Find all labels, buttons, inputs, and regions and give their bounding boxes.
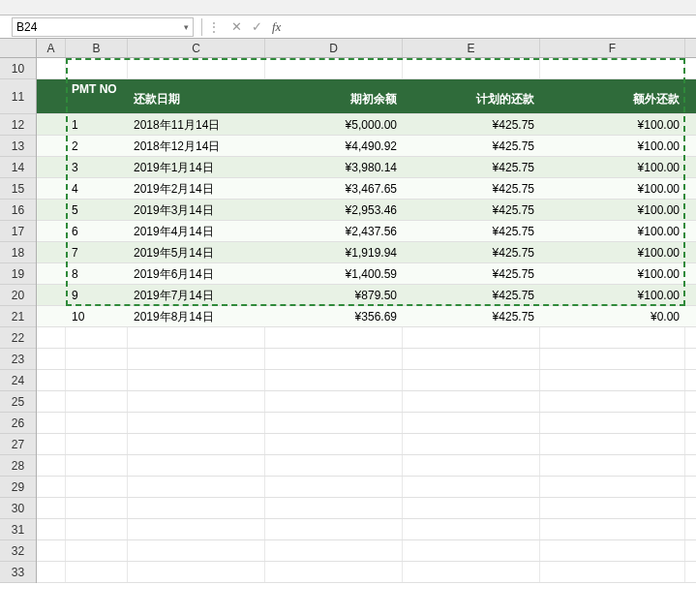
grid-row[interactable] [37, 370, 696, 391]
col-pmt-no: PMT NO [66, 79, 128, 113]
divider [201, 18, 202, 36]
grid-row[interactable] [37, 58, 696, 79]
row-header[interactable]: 10 [0, 58, 36, 79]
column-header-D[interactable]: D [265, 39, 403, 57]
row-header[interactable]: 23 [0, 349, 36, 370]
row-header[interactable]: 20 [0, 285, 36, 306]
column-header-B[interactable]: B [66, 39, 128, 57]
row-header[interactable]: 24 [0, 370, 36, 391]
dots-icon: ⋮ [204, 20, 224, 34]
row-header[interactable]: 19 [0, 263, 36, 285]
grid-row[interactable] [37, 349, 696, 370]
spreadsheet-grid: A B C D E F ⇕ 10 11 12 13 14 15 16 17 18… [0, 39, 696, 583]
ribbon-fragment [0, 0, 696, 15]
table-row[interactable]: 22018年12月14日¥4,490.92¥425.75¥100.00 [37, 136, 696, 157]
row-header[interactable]: 28 [0, 455, 36, 477]
column-header-A[interactable]: A [37, 39, 66, 57]
col-date: 还款日期 [128, 79, 265, 113]
row-header[interactable]: 32 [0, 540, 36, 562]
row-header[interactable]: 18 [0, 242, 36, 263]
formula-input[interactable] [288, 17, 696, 37]
name-box-value: B24 [16, 20, 37, 34]
table-row[interactable]: 102019年8月14日¥356.69¥425.75¥0.00 [37, 306, 696, 327]
select-all-corner[interactable] [0, 39, 37, 57]
col-extra: 额外还款 [540, 79, 685, 113]
grid-row[interactable] [37, 327, 696, 349]
cells-area[interactable]: PMT NO 还款日期 期初余额 计划的还款 额外还款 12018年11月14日… [37, 58, 696, 583]
table-row[interactable]: 72019年5月14日¥1,919.94¥425.75¥100.00 [37, 242, 696, 263]
enter-icon[interactable]: ✓ [252, 19, 262, 34]
row-header[interactable]: 33 [0, 562, 36, 583]
table-row[interactable]: 32019年1月14日¥3,980.14¥425.75¥100.00 [37, 157, 696, 178]
grid-row[interactable] [37, 477, 696, 498]
column-header-C[interactable]: C [128, 39, 265, 57]
cancel-icon[interactable]: ✕ [231, 19, 242, 34]
grid-row[interactable] [37, 455, 696, 477]
row-header[interactable]: 22 [0, 327, 36, 349]
grid-row[interactable] [37, 434, 696, 455]
column-headers: A B C D E F [0, 39, 696, 58]
grid-row[interactable] [37, 519, 696, 540]
row-header[interactable]: 14 [0, 157, 36, 178]
col-opening: 期初余额 [265, 79, 403, 113]
row-header[interactable]: 29 [0, 477, 36, 498]
row-header[interactable]: 31 [0, 519, 36, 540]
row-header[interactable]: 30 [0, 498, 36, 519]
row-header[interactable]: 21 [0, 306, 36, 327]
column-header-F[interactable]: F [540, 39, 685, 57]
name-box[interactable]: B24 ▾ [12, 17, 194, 37]
table-row[interactable]: 52019年3月14日¥2,953.46¥425.75¥100.00 [37, 200, 696, 221]
column-header-E[interactable]: E [403, 39, 540, 57]
chevron-down-icon[interactable]: ▾ [184, 22, 189, 32]
grid-row[interactable] [37, 562, 696, 583]
table-row[interactable]: 12018年11月14日¥5,000.00¥425.75¥100.00 [37, 114, 696, 136]
grid-row[interactable] [37, 413, 696, 434]
table-header-row[interactable]: PMT NO 还款日期 期初余额 计划的还款 额外还款 [37, 79, 696, 114]
fx-icon[interactable]: fx [272, 19, 281, 35]
row-header[interactable]: 11 [0, 79, 36, 114]
formula-bar-buttons: ✕ ✓ fx [224, 19, 288, 35]
formula-bar-row: B24 ▾ ⋮ ✕ ✓ fx [0, 15, 696, 39]
row-header[interactable]: 27 [0, 434, 36, 455]
row-header[interactable]: 15 [0, 178, 36, 200]
row-header[interactable]: 17 [0, 221, 36, 242]
row-headers: 10 11 12 13 14 15 16 17 18 19 20 21 22 2… [0, 58, 37, 583]
grid-row[interactable] [37, 540, 696, 562]
grid-row[interactable] [37, 498, 696, 519]
table-row[interactable]: 92019年7月14日¥879.50¥425.75¥100.00 [37, 285, 696, 306]
row-header[interactable]: 16 [0, 200, 36, 221]
table-row[interactable]: 62019年4月14日¥2,437.56¥425.75¥100.00 [37, 221, 696, 242]
row-header[interactable]: 12 [0, 114, 36, 136]
row-header[interactable]: 13 [0, 136, 36, 157]
table-row[interactable]: 82019年6月14日¥1,400.59¥425.75¥100.00 [37, 263, 696, 285]
row-header[interactable]: 25 [0, 391, 36, 413]
grid-row[interactable] [37, 391, 696, 413]
table-row[interactable]: 42019年2月14日¥3,467.65¥425.75¥100.00 [37, 178, 696, 200]
row-header[interactable]: 26 [0, 413, 36, 434]
col-planned: 计划的还款 [403, 79, 540, 113]
